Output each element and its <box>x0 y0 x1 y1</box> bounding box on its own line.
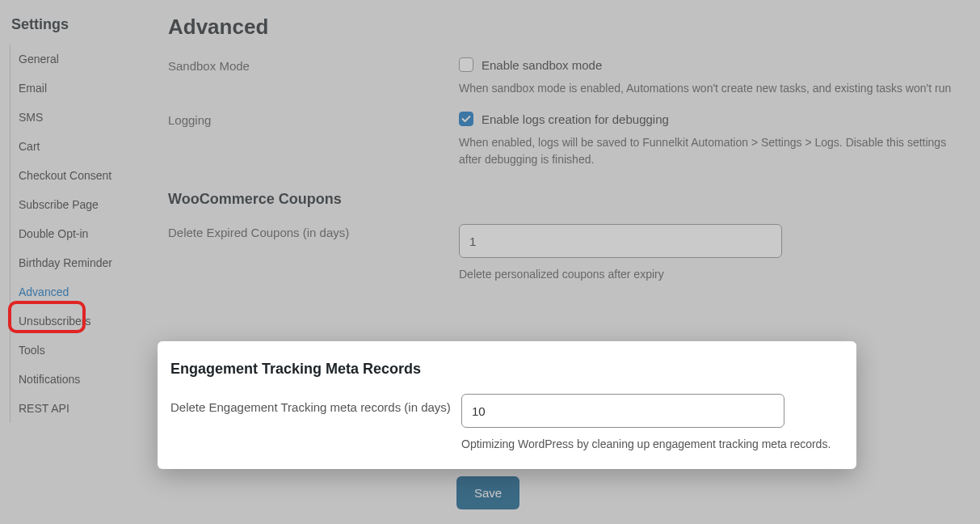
sandbox-desc: When sandbox mode is enabled, Automation… <box>459 80 970 97</box>
coupons-input[interactable] <box>459 224 782 258</box>
sidebar-item-sms[interactable]: SMS <box>11 103 145 132</box>
coupons-label: Delete Expired Coupons (in days) <box>168 224 459 283</box>
sidebar-title: Settings <box>11 16 145 33</box>
engagement-panel: Engagement Tracking Meta Records Delete … <box>158 341 856 469</box>
settings-nav: General Email SMS Cart Checkout Consent … <box>10 44 145 423</box>
coupons-section-title: WooCommerce Coupons <box>168 191 970 208</box>
engagement-section-title: Engagement Tracking Meta Records <box>170 361 843 378</box>
sandbox-checkbox[interactable] <box>459 57 473 72</box>
sidebar-item-rest-api[interactable]: REST API <box>11 394 145 423</box>
engagement-label: Delete Engagement Tracking meta records … <box>170 394 461 453</box>
engagement-desc: Optimizing WordPress by cleaning up enga… <box>461 436 843 453</box>
sidebar-item-general[interactable]: General <box>11 44 145 74</box>
logging-check-label: Enable logs creation for debugging <box>482 112 669 126</box>
sidebar-item-double-opt-in[interactable]: Double Opt-in <box>11 219 145 248</box>
settings-sidebar: Settings General Email SMS Cart Checkout… <box>0 0 154 524</box>
sidebar-item-checkout-consent[interactable]: Checkout Consent <box>11 161 145 190</box>
logging-label: Logging <box>168 112 459 168</box>
sandbox-row: Sandbox Mode Enable sandbox mode When sa… <box>168 57 970 97</box>
sidebar-item-notifications[interactable]: Notifications <box>11 365 145 394</box>
sidebar-item-birthday-reminder[interactable]: Birthday Reminder <box>11 248 145 277</box>
save-button[interactable]: Save <box>456 476 519 509</box>
sidebar-item-tools[interactable]: Tools <box>11 336 145 365</box>
sandbox-label: Sandbox Mode <box>168 57 459 97</box>
coupons-row: Delete Expired Coupons (in days) Delete … <box>168 224 970 283</box>
sandbox-check-label: Enable sandbox mode <box>482 58 602 72</box>
coupons-desc: Delete personalized coupons after expiry <box>459 266 970 283</box>
sidebar-item-cart[interactable]: Cart <box>11 132 145 161</box>
sidebar-item-subscribe-page[interactable]: Subscribe Page <box>11 190 145 219</box>
logging-checkbox[interactable] <box>459 112 473 126</box>
sidebar-item-advanced[interactable]: Advanced <box>11 277 145 306</box>
sidebar-item-unsubscribers[interactable]: Unsubscribers <box>11 306 145 336</box>
sidebar-item-email[interactable]: Email <box>11 74 145 103</box>
page-title: Advanced <box>168 15 970 40</box>
engagement-input[interactable] <box>461 394 784 428</box>
logging-row: Logging Enable logs creation for debuggi… <box>168 112 970 168</box>
logging-desc: When enabled, logs will be saved to Funn… <box>459 134 970 168</box>
